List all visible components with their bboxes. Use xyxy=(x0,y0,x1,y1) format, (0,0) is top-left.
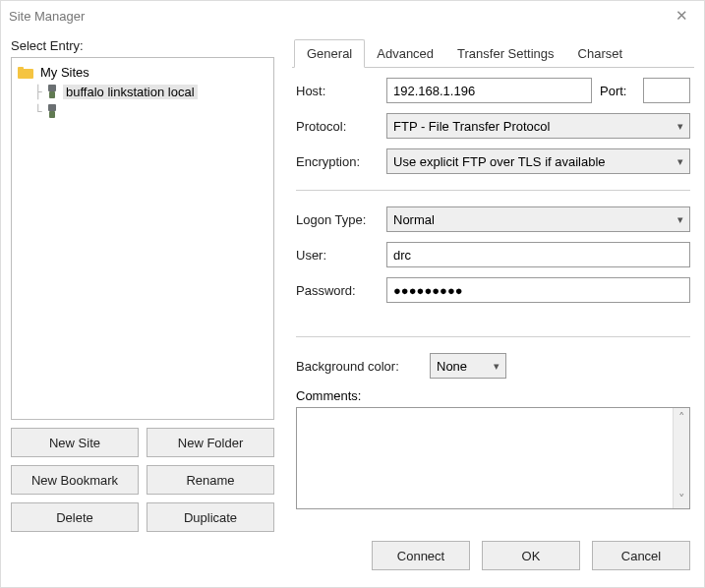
comments-block: Comments: ˄ ˅ xyxy=(296,388,690,509)
window-title: Site Manager xyxy=(9,9,667,24)
titlebar: Site Manager ✕ xyxy=(1,1,704,30)
encryption-row: Encryption: Use explicit FTP over TLS if… xyxy=(296,148,690,174)
rename-button[interactable]: Rename xyxy=(147,465,274,495)
user-input[interactable] xyxy=(386,242,690,267)
new-bookmark-button[interactable]: New Bookmark xyxy=(11,465,139,495)
general-form: Host: Port: Protocol: FTP - File Transfe… xyxy=(292,68,694,513)
comments-textarea[interactable]: ˄ ˅ xyxy=(296,407,690,509)
logon-type-value: Normal xyxy=(393,212,435,227)
close-icon[interactable]: ✕ xyxy=(667,7,696,25)
logon-row: Logon Type: Normal ▾ xyxy=(296,206,690,232)
select-entry-label: Select Entry: xyxy=(11,38,274,53)
new-folder-button[interactable]: New Folder xyxy=(147,428,274,457)
server-icon xyxy=(45,85,59,98)
server-icon xyxy=(45,104,59,118)
tab-transfer-settings[interactable]: Transfer Settings xyxy=(445,40,566,67)
cancel-button[interactable]: Cancel xyxy=(592,541,690,570)
chevron-down-icon: ▾ xyxy=(494,360,499,373)
port-input[interactable] xyxy=(643,78,690,103)
password-row: Password: xyxy=(296,277,690,303)
background-color-select[interactable]: None ▾ xyxy=(430,353,506,379)
site-tree[interactable]: My Sites ├ buffalo linkstation local └ xyxy=(11,57,274,420)
separator xyxy=(296,336,690,337)
logon-type-select[interactable]: Normal ▾ xyxy=(386,206,690,232)
site-manager-window: Site Manager ✕ Select Entry: My Sites ├ … xyxy=(0,0,705,588)
folder-icon xyxy=(18,65,33,79)
comments-label: Comments: xyxy=(296,388,690,403)
encryption-value: Use explicit FTP over TLS if available xyxy=(393,154,606,169)
right-pane: General Advanced Transfer Settings Chars… xyxy=(292,38,694,532)
tree-item[interactable]: ├ buffalo linkstation local xyxy=(14,82,271,101)
ok-button[interactable]: OK xyxy=(482,541,580,570)
tree-root[interactable]: My Sites xyxy=(14,62,271,82)
encryption-label: Encryption: xyxy=(296,154,379,169)
protocol-row: Protocol: FTP - File Transfer Protocol ▾ xyxy=(296,113,690,139)
protocol-select[interactable]: FTP - File Transfer Protocol ▾ xyxy=(386,113,690,139)
entry-buttons: New Site New Folder New Bookmark Rename … xyxy=(11,428,274,532)
password-label: Password: xyxy=(296,283,379,298)
host-label: Host: xyxy=(296,84,379,98)
port-label: Port: xyxy=(600,84,635,98)
tab-advanced[interactable]: Advanced xyxy=(365,40,445,67)
connect-button[interactable]: Connect xyxy=(372,541,470,570)
user-label: User: xyxy=(296,248,379,263)
tree-item-label: buffalo linkstation local xyxy=(63,85,198,99)
scroll-up-icon[interactable]: ˄ xyxy=(678,410,685,425)
tab-general[interactable]: General xyxy=(294,39,365,68)
chevron-down-icon: ▾ xyxy=(677,120,683,133)
host-input[interactable] xyxy=(386,78,592,103)
host-row: Host: Port: xyxy=(296,78,690,103)
tree-branch-icon: └ xyxy=(31,104,45,119)
user-row: User: xyxy=(296,242,690,267)
tabstrip: General Advanced Transfer Settings Chars… xyxy=(292,38,694,68)
tree-branch-icon: ├ xyxy=(31,85,45,99)
protocol-value: FTP - File Transfer Protocol xyxy=(393,119,550,134)
encryption-select[interactable]: Use explicit FTP over TLS if available ▾ xyxy=(386,148,690,174)
dialog-footer: Connect OK Cancel xyxy=(1,536,704,587)
tree-root-label: My Sites xyxy=(37,65,92,80)
bgcolor-row: Background color: None ▾ xyxy=(296,353,690,379)
left-pane: Select Entry: My Sites ├ buffalo linksta… xyxy=(11,38,274,532)
background-color-value: None xyxy=(437,359,467,374)
scroll-down-icon[interactable]: ˅ xyxy=(678,492,685,506)
dialog-body: Select Entry: My Sites ├ buffalo linksta… xyxy=(1,30,704,536)
delete-button[interactable]: Delete xyxy=(11,502,139,532)
scrollbar[interactable]: ˄ ˅ xyxy=(673,408,689,508)
tab-charset[interactable]: Charset xyxy=(566,40,635,67)
duplicate-button[interactable]: Duplicate xyxy=(147,502,274,532)
protocol-label: Protocol: xyxy=(296,119,379,134)
separator xyxy=(296,190,690,191)
password-input[interactable] xyxy=(386,277,690,303)
logon-type-label: Logon Type: xyxy=(296,212,379,227)
chevron-down-icon: ▾ xyxy=(677,155,683,168)
chevron-down-icon: ▾ xyxy=(677,213,683,226)
new-site-button[interactable]: New Site xyxy=(11,428,139,457)
background-color-label: Background color: xyxy=(296,359,422,374)
tree-item[interactable]: └ xyxy=(14,101,271,121)
